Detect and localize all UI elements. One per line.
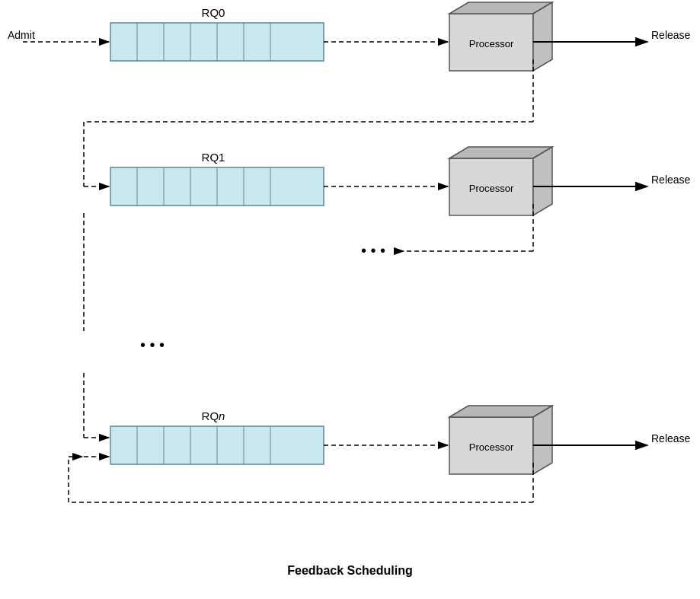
release-label-1: Release <box>651 174 691 186</box>
processor1-label: Processor <box>469 183 514 194</box>
rq0-label: RQ0 <box>202 6 225 19</box>
admit-label-0: Admit <box>8 29 35 41</box>
svg-marker-29 <box>533 147 552 215</box>
svg-marker-12 <box>533 2 552 71</box>
diagram-caption: Feedback Scheduling <box>287 564 412 578</box>
rq1-label: RQ1 <box>202 151 225 164</box>
release-label-0: Release <box>651 29 691 41</box>
diagram-container: RQ0 Processor Admit Release <box>0 0 700 599</box>
dots-middle-left: • • • <box>140 336 165 353</box>
diagram-svg: RQ0 Processor Admit Release <box>0 0 700 599</box>
release-label-n: Release <box>651 432 691 444</box>
svg-marker-47 <box>533 406 552 474</box>
processor0-label: Processor <box>469 38 514 49</box>
processorn-label: Processor <box>469 441 514 453</box>
dots-middle-right: • • • <box>361 242 385 259</box>
rqn-label: RQn <box>202 409 225 422</box>
